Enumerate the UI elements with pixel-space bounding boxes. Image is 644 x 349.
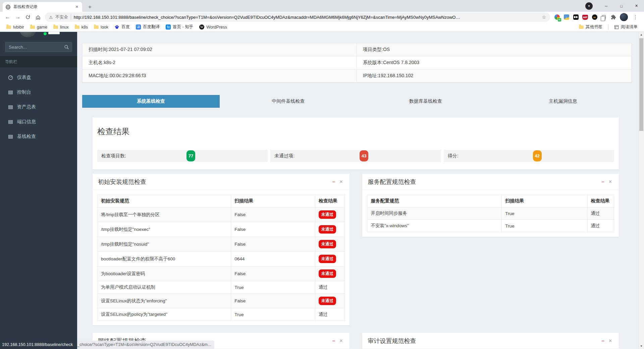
browser-tab[interactable]: 基线检查记录 ✕ bbox=[3, 2, 82, 12]
close-icon[interactable]: ✕ bbox=[337, 179, 345, 184]
table-row: /tmp挂载时指定"nosuid"False未通过 bbox=[98, 237, 345, 252]
reading-list[interactable]: 阅读清单 bbox=[611, 23, 641, 31]
sidebar-item-dashboard[interactable]: 仪表盘 bbox=[0, 70, 77, 85]
panel-service-config: 服务配置规范检查 − ✕ 服务配置规范扫描结果检查结果开启时间同步服务True通… bbox=[362, 174, 619, 237]
rule-name-cell: 设置SELinux的状态为"enforcing" bbox=[98, 294, 231, 308]
collapse-icon[interactable]: − bbox=[330, 179, 337, 185]
check-result-card: 检查结果 检查项目数: 77 未通过项: 43 得分: 42 bbox=[93, 117, 619, 169]
eyes-extension-icon[interactable] bbox=[573, 14, 579, 20]
bookmark-baidu-translate[interactable]: 译 百度翻译 bbox=[133, 23, 163, 31]
scan-result-cell: False bbox=[231, 237, 315, 252]
tab-host-vulnerability[interactable]: 主机漏洞信息 bbox=[494, 95, 632, 108]
profile-avatar[interactable] bbox=[620, 13, 628, 21]
close-icon[interactable]: ✕ bbox=[606, 338, 614, 343]
sidebar-item-ports[interactable]: 端口信息 bbox=[0, 114, 77, 129]
goggles-extension-icon[interactable]: ∞ bbox=[592, 14, 597, 20]
security-label[interactable]: 不安全 bbox=[55, 14, 68, 20]
scan-result-cell: 0644 bbox=[231, 252, 315, 266]
scan-time-cell: 扫描时间:2021-07-21 07:09:02 bbox=[83, 43, 357, 56]
page-content: 导航栏 仪表盘 控制台 资产总表 端口信息 bbox=[0, 32, 644, 349]
tab-system-baseline[interactable]: 系统基线检查 bbox=[82, 95, 220, 108]
extensions-puzzle-icon[interactable] bbox=[610, 14, 616, 20]
sidebar: 导航栏 仪表盘 控制台 资产总表 端口信息 bbox=[0, 32, 77, 349]
tab-middleware-baseline[interactable]: 中间件基线检查 bbox=[220, 95, 357, 108]
bookmark-folder-linux[interactable]: linux bbox=[50, 23, 72, 31]
new-tab-button[interactable]: + bbox=[86, 4, 94, 10]
globe-favicon-icon bbox=[5, 4, 11, 10]
table-row: bootloader配置文件的权限不高于6000644未通过 bbox=[98, 252, 345, 266]
bookmark-folder-k8s[interactable]: k8s bbox=[72, 23, 91, 31]
reload-icon[interactable] bbox=[23, 12, 33, 22]
stats-strip: 检查项目数: 77 未通过项: 43 得分: 42 bbox=[97, 150, 614, 162]
sidebar-item-console[interactable]: 控制台 bbox=[0, 85, 77, 100]
titlebar-controls: ▾ ─ □ ✕ bbox=[585, 0, 644, 12]
rule-name-cell: 设置SELinux的policy为"targeted" bbox=[98, 308, 231, 321]
translate-icon: 译 bbox=[136, 24, 141, 30]
sidebar-search bbox=[5, 42, 72, 52]
back-icon[interactable]: ← bbox=[3, 12, 13, 22]
scroll-up-icon[interactable]: ▲ bbox=[639, 32, 644, 38]
table-row: 设置SELinux的状态为"enforcing"False未通过 bbox=[98, 294, 345, 308]
bookmark-folder-game[interactable]: game bbox=[27, 23, 50, 31]
table-header-row: 服务配置规范扫描结果检查结果 bbox=[367, 195, 614, 207]
bookmark-star-icon[interactable]: ☆ bbox=[542, 14, 546, 20]
close-icon[interactable]: ✕ bbox=[337, 338, 345, 343]
info-row: 主机名:k8s-2 系统版本:CentOS 7.8.2003 bbox=[83, 56, 631, 69]
bookmark-folder-look[interactable]: look bbox=[91, 23, 111, 31]
copy-pages-extension-icon[interactable] bbox=[601, 14, 607, 20]
table-header-row: 初始安装规范扫描结果检查结果 bbox=[98, 195, 345, 207]
window-maximize-button[interactable]: □ bbox=[614, 1, 629, 11]
fail-badge: 未通过 bbox=[319, 210, 336, 219]
collapse-icon[interactable]: − bbox=[599, 338, 606, 344]
folder-icon bbox=[30, 26, 35, 29]
fail-badge: 未通过 bbox=[319, 269, 336, 278]
column-header: 扫描结果 bbox=[502, 195, 587, 207]
bookmark-zhihu[interactable]: 知 首页 - 知乎 bbox=[163, 23, 196, 31]
download-extension-icon[interactable]: ↓ bbox=[564, 14, 569, 20]
table-icon bbox=[8, 90, 13, 95]
sidebar-section-label: 导航栏 bbox=[0, 56, 77, 67]
search-icon[interactable] bbox=[64, 45, 69, 50]
check-result-title: 检查结果 bbox=[97, 126, 614, 137]
address-bar[interactable]: ⚠ 不安全 http://192.168.150.101:8888/baseli… bbox=[45, 12, 550, 22]
check-result-cell: 未通过 bbox=[315, 294, 345, 308]
bookmark-baidu[interactable]: 百度 bbox=[111, 23, 133, 31]
tab-database-baseline[interactable]: 数据库基线检查 bbox=[357, 95, 494, 108]
stat-score: 得分: 42 bbox=[444, 150, 614, 162]
panel-audit-settings: 审计设置规范检查 − ✕ 审计设置规范扫描结果检查结果 bbox=[362, 333, 619, 349]
adblock-plus-icon[interactable]: ABP bbox=[582, 14, 588, 20]
collapse-icon[interactable]: − bbox=[599, 179, 606, 185]
hostname-cell: 主机名:k8s-2 bbox=[83, 56, 357, 69]
forward-icon[interactable]: → bbox=[13, 12, 23, 22]
browser-update-icon[interactable]: ▾ bbox=[585, 2, 593, 10]
table-row: 开启时间同步服务True通过 bbox=[367, 207, 614, 220]
pinwheel-extension-icon[interactable]: 科 bbox=[554, 14, 560, 20]
scrollbar-thumb[interactable] bbox=[639, 38, 643, 131]
table-icon bbox=[8, 105, 13, 110]
info-row: MAC地址:00:0c:29:28:66:f3 IP地址:192.168.150… bbox=[83, 69, 631, 82]
search-input[interactable] bbox=[9, 45, 64, 50]
panel-title: 服务配置规范检查 bbox=[368, 178, 599, 186]
home-icon[interactable] bbox=[33, 12, 43, 22]
rule-name-cell: 开启时间同步服务 bbox=[367, 207, 502, 220]
table-row: /tmp挂载时指定"noexec"False未通过 bbox=[98, 222, 345, 237]
bookmark-folder-lvbibir[interactable]: lvbibir bbox=[3, 23, 27, 31]
other-bookmarks[interactable]: 其他书签 bbox=[576, 23, 605, 31]
collapse-icon[interactable]: − bbox=[330, 338, 337, 344]
pinwheel-badge: 科 bbox=[558, 18, 561, 21]
close-icon[interactable]: ✕ bbox=[606, 179, 614, 184]
stat-total-items: 检查项目数: 77 bbox=[97, 150, 268, 162]
window-close-button[interactable]: ✕ bbox=[629, 1, 644, 11]
scroll-down-icon[interactable]: ▼ bbox=[639, 343, 644, 349]
sidebar-item-assets[interactable]: 资产总表 bbox=[0, 100, 77, 114]
sidebar-item-baseline[interactable]: 基线检查 bbox=[0, 129, 77, 144]
url-text[interactable]: http://192.168.150.101:8888/baseline/che… bbox=[74, 15, 539, 20]
page-scrollbar[interactable]: ▲ ▼ bbox=[638, 32, 644, 349]
reading-list-icon bbox=[614, 25, 619, 30]
browser-menu-icon[interactable]: ⋮ bbox=[632, 14, 639, 20]
bookmark-wordpress[interactable]: W WordPress bbox=[196, 23, 230, 31]
panel-initial-install: 初始安装规范检查 − ✕ 初始安装规范扫描结果检查结果将/tmp挂载至一个单独的… bbox=[93, 174, 350, 326]
window-minimize-button[interactable]: ─ bbox=[599, 1, 614, 11]
project-type-cell: 项目类型:OS bbox=[357, 43, 631, 56]
tab-close-icon[interactable]: ✕ bbox=[74, 5, 79, 9]
